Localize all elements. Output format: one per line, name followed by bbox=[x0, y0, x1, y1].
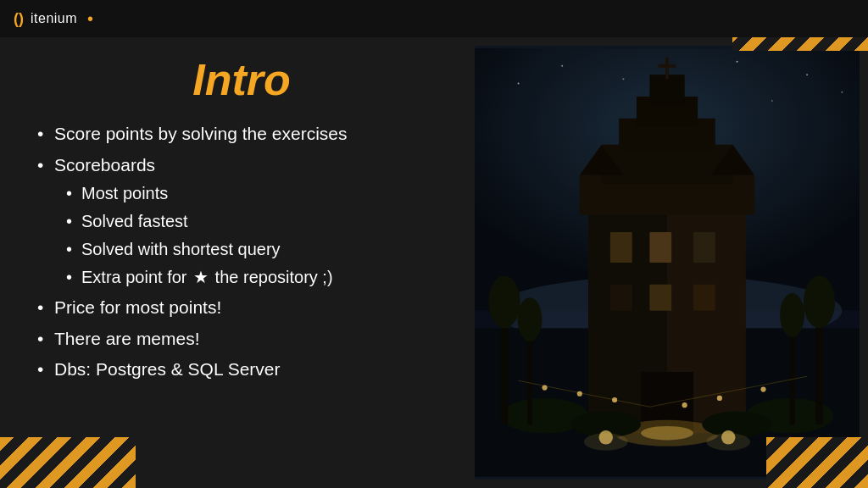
sub-item-text: Most points bbox=[81, 184, 168, 202]
star-icon: ★ bbox=[193, 264, 209, 291]
svg-rect-11 bbox=[693, 285, 715, 311]
svg-point-33 bbox=[804, 275, 835, 328]
svg-point-53 bbox=[841, 92, 843, 93]
slide-title: Intro bbox=[34, 54, 449, 105]
bullet-list: Score points by solving the exercises Sc… bbox=[34, 120, 449, 387]
svg-point-39 bbox=[577, 391, 582, 396]
svg-point-48 bbox=[518, 82, 520, 84]
svg-rect-9 bbox=[610, 285, 632, 311]
sub-item-text: Extra point for bbox=[81, 268, 192, 286]
svg-point-46 bbox=[584, 433, 628, 451]
svg-rect-7 bbox=[649, 232, 671, 263]
svg-rect-16 bbox=[649, 75, 684, 105]
list-item-text: Dbs: Postgres & SQL Server bbox=[54, 359, 281, 379]
svg-rect-8 bbox=[693, 232, 715, 263]
sub-list-item: Solved fastest bbox=[54, 208, 449, 235]
sub-list-item: Extra point for ★ the repository ;) bbox=[54, 264, 449, 291]
list-item: Price for most points! bbox=[34, 294, 449, 322]
stripe-bottom-right bbox=[766, 437, 868, 488]
svg-point-42 bbox=[717, 396, 722, 401]
svg-point-54 bbox=[771, 100, 773, 102]
list-item: Scoreboards Most points Solved fastest S… bbox=[34, 152, 449, 291]
list-item-text: Score points by solving the exercises bbox=[54, 124, 348, 143]
sub-item-text-cont: the repository ;) bbox=[210, 268, 333, 286]
top-bar: () itenium • bbox=[0, 0, 868, 37]
list-item-text: Price for most points! bbox=[54, 297, 221, 317]
svg-point-23 bbox=[641, 426, 693, 441]
svg-point-51 bbox=[737, 61, 738, 63]
building-image bbox=[475, 46, 860, 480]
svg-rect-17 bbox=[665, 58, 669, 80]
svg-rect-6 bbox=[610, 232, 632, 263]
svg-point-52 bbox=[806, 74, 808, 75]
sub-list: Most points Solved fastest Solved with s… bbox=[54, 180, 449, 291]
svg-point-27 bbox=[702, 411, 772, 437]
svg-point-29 bbox=[489, 275, 520, 328]
svg-point-35 bbox=[780, 293, 804, 337]
logo-text: itenium bbox=[31, 11, 77, 26]
logo-icon: () bbox=[14, 10, 24, 28]
left-panel: Intro Score points by solving the exerci… bbox=[0, 37, 475, 488]
list-item-text: There are memes! bbox=[54, 329, 200, 348]
stripe-bottom-left bbox=[0, 437, 136, 488]
svg-rect-34 bbox=[789, 324, 794, 424]
logo-dot: • bbox=[87, 9, 93, 29]
list-item-text: Scoreboards bbox=[54, 155, 155, 175]
svg-point-38 bbox=[542, 385, 547, 390]
sub-list-item: Most points bbox=[54, 180, 449, 207]
svg-rect-30 bbox=[527, 328, 532, 424]
list-item: Dbs: Postgres & SQL Server bbox=[34, 356, 449, 384]
main-content: Intro Score points by solving the exerci… bbox=[0, 37, 868, 488]
svg-point-49 bbox=[561, 65, 563, 67]
svg-rect-18 bbox=[659, 64, 676, 68]
svg-point-31 bbox=[518, 297, 542, 341]
svg-point-40 bbox=[612, 397, 617, 402]
list-item: Score points by solving the exercises bbox=[34, 120, 449, 148]
building-svg bbox=[475, 46, 860, 480]
svg-point-50 bbox=[622, 78, 624, 80]
svg-point-43 bbox=[760, 387, 765, 392]
svg-point-41 bbox=[682, 402, 687, 408]
right-panel bbox=[475, 37, 868, 488]
sub-list-item: Solved with shortest query bbox=[54, 236, 449, 263]
list-item: There are memes! bbox=[34, 325, 449, 353]
svg-rect-10 bbox=[649, 285, 671, 311]
sub-item-text: Solved with shortest query bbox=[81, 240, 281, 258]
logo-area: () itenium • bbox=[14, 9, 93, 29]
sub-item-text: Solved fastest bbox=[81, 212, 188, 230]
svg-point-47 bbox=[706, 433, 750, 451]
